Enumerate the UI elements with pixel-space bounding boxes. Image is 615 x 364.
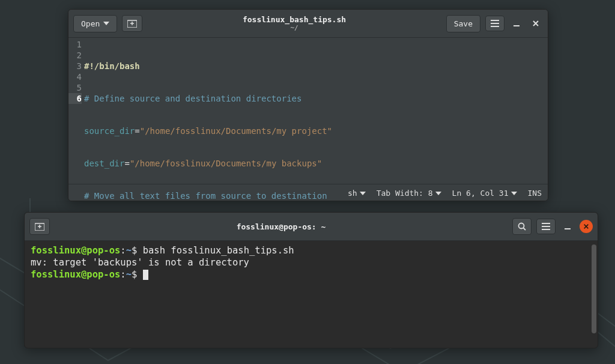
close-icon [532,20,539,27]
new-tab-button[interactable] [122,15,142,32]
search-button[interactable] [512,218,532,235]
close-icon [583,223,589,229]
terminal-scrollbar[interactable] [592,244,596,333]
terminal-window: fosslinux@pop-os: ~ fosslinux@p [24,212,598,348]
close-button[interactable] [529,16,543,31]
svg-point-2 [519,223,524,229]
hamburger-icon [491,20,499,27]
terminal-cursor [143,270,148,280]
close-button[interactable] [580,220,593,233]
cursor-position-selector[interactable]: Ln 6, Col 31 [452,189,517,198]
terminal-body[interactable]: fosslinux@pop-os:~$ bash fosslinux_bash_… [25,241,598,348]
new-tab-icon [35,222,44,231]
minimize-icon [513,20,520,27]
chevron-down-icon [511,192,517,195]
title-area: fosslinux_bash_tips.sh ~/ [147,15,441,32]
search-icon [518,222,526,231]
minimize-button[interactable] [509,16,524,31]
code-line[interactable]: # Define source and destination director… [84,93,548,104]
code-line[interactable]: source_dir="/home/fosslinux/Documents/my… [84,126,548,136]
editor-body[interactable]: 1 2 3 4 5 6 #!/bin/bash # Define source … [68,38,548,184]
code-line[interactable]: dest_dir="/home/fosslinux/Documents/my b… [84,158,548,169]
text-editor-window: Open fosslinux_bash_tips.sh ~/ Save [68,9,548,201]
insert-mode-indicator[interactable]: INS [528,189,542,198]
save-button[interactable]: Save [446,15,480,32]
terminal-line: fosslinux@pop-os:~$ [31,268,592,281]
line-number: 4 [68,71,82,82]
terminal-title: fosslinux@pop-os: ~ [55,222,507,231]
chevron-down-icon [103,22,109,25]
line-number: 1 [68,39,82,50]
tab-width-selector[interactable]: Tab Width: 8 [377,189,441,198]
open-button[interactable]: Open [73,15,117,32]
terminal-titlebar: fosslinux@pop-os: ~ [25,213,598,241]
editor-titlebar: Open fosslinux_bash_tips.sh ~/ Save [68,10,548,38]
minimize-button[interactable] [560,219,575,234]
language-selector[interactable]: sh [348,189,366,198]
file-title: fosslinux_bash_tips.sh [147,15,441,24]
open-label: Open [81,19,100,28]
line-number: 2 [68,50,82,61]
chevron-down-icon [360,192,366,195]
line-number: 3 [68,61,82,71]
line-number: 6 [68,93,82,104]
new-tab-button[interactable] [29,218,50,235]
hamburger-menu-button[interactable] [485,16,504,31]
line-number-gutter: 1 2 3 4 5 6 [68,38,84,184]
hamburger-icon [542,223,550,230]
code-area[interactable]: #!/bin/bash # Define source and destinat… [84,38,548,184]
code-line[interactable]: #!/bin/bash [84,61,548,71]
hamburger-menu-button[interactable] [536,219,556,234]
terminal-line: fosslinux@pop-os:~$ bash fosslinux_bash_… [31,244,592,256]
terminal-line: mv: target 'backups' is not a directory [31,256,592,268]
line-number: 5 [68,82,82,93]
file-path: ~/ [147,24,441,32]
title-area: fosslinux@pop-os: ~ [55,222,507,231]
minimize-icon [564,223,571,230]
new-tab-icon [127,19,137,28]
chevron-down-icon [435,192,441,195]
